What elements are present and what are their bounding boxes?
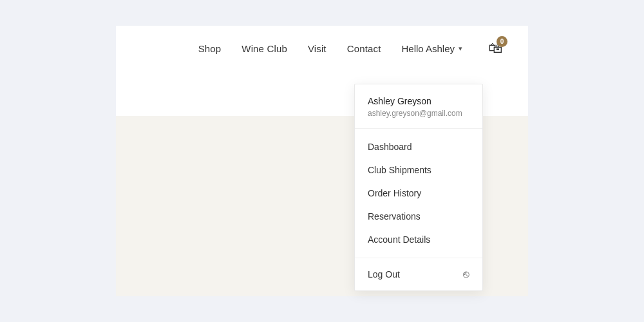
nav-wine-club[interactable]: Wine Club xyxy=(242,43,287,54)
dropdown-user-name: Ashley Greyson xyxy=(368,96,469,106)
chevron-down-icon: ▾ xyxy=(459,44,462,53)
dropdown-item-club-shipments[interactable]: Club Shipments xyxy=(355,158,482,182)
dropdown-items-section: Dashboard Club Shipments Order History R… xyxy=(355,129,482,258)
dropdown-user-email: ashley.greyson@gmail.com xyxy=(368,109,469,118)
dropdown-item-account-details[interactable]: Account Details xyxy=(355,228,482,251)
navbar: Shop Wine Club Visit Contact Hello Ashle… xyxy=(116,26,528,71)
logout-label: Log Out xyxy=(368,269,400,279)
nav-contact[interactable]: Contact xyxy=(347,43,381,54)
logout-button[interactable]: Log Out ⎋ xyxy=(355,261,482,288)
nav-visit[interactable]: Visit xyxy=(308,43,327,54)
dropdown-item-order-history[interactable]: Order History xyxy=(355,182,482,205)
user-greeting-text: Hello Ashley xyxy=(401,43,455,54)
dropdown-item-reservations[interactable]: Reservations xyxy=(355,205,482,228)
dropdown-item-dashboard[interactable]: Dashboard xyxy=(355,135,482,158)
nav-links: Shop Wine Club Visit Contact Hello Ashle… xyxy=(198,40,502,57)
logout-icon: ⎋ xyxy=(463,269,469,280)
cart-badge: 0 xyxy=(497,36,507,47)
user-menu-button[interactable]: Hello Ashley ▾ xyxy=(401,43,462,54)
nav-shop[interactable]: Shop xyxy=(198,43,222,54)
user-dropdown-menu: Ashley Greyson ashley.greyson@gmail.com … xyxy=(354,84,483,291)
dropdown-user-section: Ashley Greyson ashley.greyson@gmail.com xyxy=(355,84,482,129)
cart-button[interactable]: 🛍 0 xyxy=(488,40,502,57)
dropdown-logout-section: Log Out ⎋ xyxy=(355,258,482,290)
